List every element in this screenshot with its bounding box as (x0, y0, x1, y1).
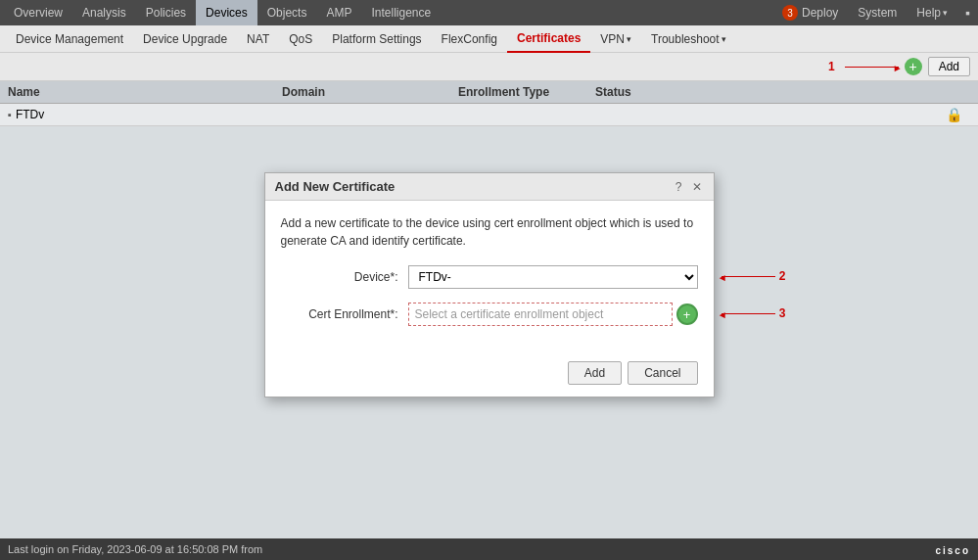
subnav-nat[interactable]: NAT (237, 25, 279, 53)
toolbar-row: 1 ► + Add (0, 53, 978, 81)
dialog-close-icon[interactable]: ✕ (690, 180, 704, 194)
deploy-label: Deploy (802, 6, 838, 20)
cert-enrollment-add-icon[interactable]: + (676, 303, 698, 325)
add-button[interactable]: Add (928, 57, 970, 76)
annotation-3: 3 (779, 306, 786, 320)
row-status-cell: 🔒 (595, 107, 970, 122)
dialog-add-button[interactable]: Add (568, 361, 622, 385)
system-button[interactable]: System (852, 4, 903, 22)
subnav-device-upgrade[interactable]: Device Upgrade (133, 25, 237, 53)
dialog-body: Add a new certificate to the device usin… (265, 201, 714, 353)
dialog-footer: Add Cancel (265, 353, 714, 397)
col-header-name: Name (8, 85, 282, 99)
lock-icon: 🔒 (595, 107, 970, 122)
top-navigation: Overview Analysis Policies Devices Objec… (0, 0, 978, 25)
device-name: FTDv (16, 108, 44, 121)
cisco-logo: cisco (935, 542, 970, 557)
col-header-enrollment: Enrollment Type (458, 85, 595, 99)
nav-item-objects[interactable]: Objects (257, 0, 317, 25)
help-label: Help (916, 6, 941, 20)
nav-item-policies[interactable]: Policies (136, 0, 196, 25)
cert-enrollment-control-wrap: + (408, 303, 698, 326)
subnav-flexconfig[interactable]: FlexConfig (432, 25, 507, 53)
dialog-title-bar: Add New Certificate ? ✕ (265, 173, 714, 201)
table-row[interactable]: ▪ FTDv 🔒 (0, 104, 978, 126)
vpn-dropdown-arrow: ▾ (627, 34, 631, 44)
device-label: Device*: (281, 270, 408, 284)
col-header-domain: Domain (282, 85, 458, 99)
status-bar: Last login on Friday, 2023-06-09 at 16:5… (0, 538, 978, 560)
dialog-help-icon[interactable]: ? (674, 180, 684, 194)
table-header: Name Domain Enrollment Type Status (0, 81, 978, 104)
dialog-cancel-button[interactable]: Cancel (628, 361, 697, 385)
help-dropdown-arrow: ▾ (943, 8, 948, 18)
subnav-platform-settings[interactable]: Platform Settings (322, 25, 431, 53)
nav-more-dots[interactable]: ▪ (961, 5, 974, 21)
nav-item-intelligence[interactable]: Intelligence (361, 0, 441, 25)
dialog-description: Add a new certificate to the device usin… (281, 214, 698, 250)
sub-navigation: Device Management Device Upgrade NAT QoS… (0, 25, 978, 53)
subnav-vpn[interactable]: VPN ▾ (590, 25, 641, 53)
troubleshoot-dropdown-arrow: ▾ (722, 34, 726, 44)
login-status: Last login on Friday, 2023-06-09 at 16:5… (8, 543, 262, 555)
dialog-title: Add New Certificate (275, 179, 396, 194)
row-name-cell: ▪ FTDv (8, 108, 282, 121)
step-1-label: 1 (828, 60, 835, 73)
cert-enrollment-input[interactable] (408, 303, 673, 326)
main-area: 1 ► + Add Name Domain Enrollment Type St… (0, 53, 978, 538)
device-control-wrap: FTDv- (408, 265, 698, 289)
subnav-troubleshoot[interactable]: Troubleshoot ▾ (641, 25, 736, 53)
add-certificate-icon[interactable]: + (905, 58, 922, 75)
add-certificate-dialog: Add New Certificate ? ✕ Add a new certif… (264, 172, 715, 397)
deploy-alert-badge: 3 (782, 5, 798, 21)
subnav-certificates[interactable]: Certificates (507, 25, 590, 53)
help-button[interactable]: Help ▾ (910, 4, 954, 22)
cert-enrollment-form-row: Cert Enrollment*: + ◄ 3 (281, 303, 698, 326)
nav-item-amp[interactable]: AMP (316, 0, 361, 25)
nav-item-overview[interactable]: Overview (4, 0, 72, 25)
nav-item-devices[interactable]: Devices (196, 0, 257, 25)
subnav-device-management[interactable]: Device Management (6, 25, 133, 53)
deploy-button[interactable]: 3 Deploy (776, 3, 844, 23)
cert-enrollment-label: Cert Enrollment*: (281, 307, 408, 321)
dialog-title-icons: ? ✕ (674, 180, 704, 194)
device-select[interactable]: FTDv- (408, 265, 698, 289)
device-icon: ▪ (8, 109, 12, 120)
toolbar-arrow: ► (845, 67, 899, 68)
vpn-label: VPN (600, 32, 625, 46)
subnav-qos[interactable]: QoS (279, 25, 322, 53)
col-header-status: Status (595, 85, 970, 99)
top-nav-right: 3 Deploy System Help ▾ ▪ (776, 3, 974, 23)
annotation-2: 2 (779, 269, 786, 283)
nav-item-analysis[interactable]: Analysis (72, 0, 136, 25)
device-form-row: Device*: FTDv- ◄ 2 (281, 265, 698, 289)
troubleshoot-label: Troubleshoot (651, 32, 720, 46)
